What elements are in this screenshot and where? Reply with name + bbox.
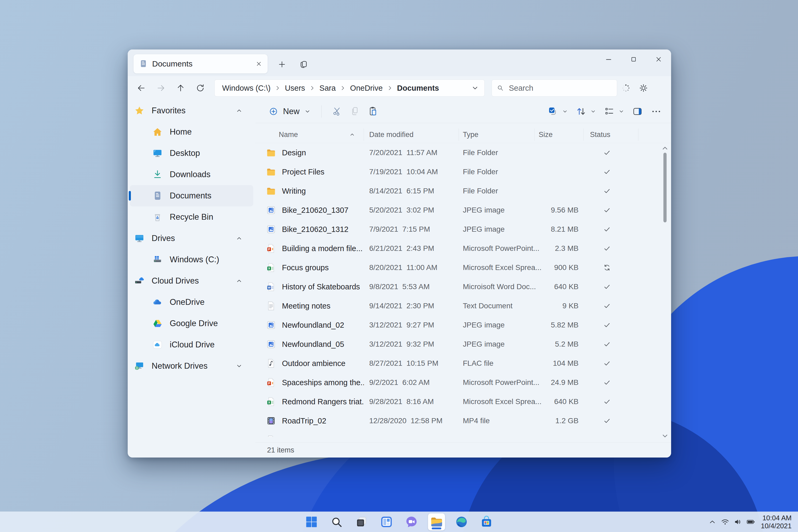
details-pane-button[interactable]: [632, 106, 643, 117]
scroll-up-icon[interactable]: [662, 146, 668, 151]
file-date-modified: 8/14/2021 6:15 PM: [364, 187, 459, 195]
file-type: JPEG image: [459, 206, 535, 214]
sidebar-section-cloud-drives[interactable]: Cloud Drives: [130, 270, 253, 291]
search-button[interactable]: [328, 513, 345, 530]
column-header-type[interactable]: Type: [459, 129, 535, 141]
taskbar-clock[interactable]: 10:04 AM10/4/2021: [761, 514, 794, 530]
tab-close-button[interactable]: [255, 60, 263, 68]
cut-button[interactable]: [328, 103, 346, 120]
file-row[interactable]: Running_Raleigh7/20/2021 4:40 PMMicrosof…: [255, 431, 671, 437]
breadcrumb-segment[interactable]: Documents: [396, 83, 441, 94]
breadcrumb-segment[interactable]: Windows (C:\): [221, 83, 272, 94]
forward-button[interactable]: [151, 79, 171, 97]
breadcrumb-segment[interactable]: OneDrive: [348, 83, 384, 94]
breadcrumb-segment[interactable]: Users: [283, 83, 307, 94]
sync-spinner-button[interactable]: [617, 79, 635, 97]
store-button[interactable]: [478, 513, 495, 530]
downloads-icon: [152, 169, 163, 180]
up-button[interactable]: [171, 79, 190, 97]
file-type: File Folder: [459, 168, 535, 176]
svg-text:P: P: [268, 248, 270, 251]
file-row[interactable]: WHistory of Skateboards9/8/2021 5:53 AMM…: [255, 277, 671, 296]
breadcrumb-segment[interactable]: Sara: [318, 83, 337, 94]
sidebar-section-drives[interactable]: Drives: [130, 228, 253, 249]
tray-time: 10:04 AM: [761, 514, 792, 522]
file-row[interactable]: Design7/20/2021 11:57 AMFile Folder: [255, 143, 671, 162]
navigation-pane: FavoritesHomeDesktopDownloadsDocumentsRe…: [128, 100, 255, 457]
sidebar-item-home[interactable]: Home: [130, 121, 253, 142]
edge-button[interactable]: [453, 513, 470, 530]
start-button[interactable]: [303, 513, 320, 530]
file-row[interactable]: Project Files7/19/2021 10:04 AMFile Fold…: [255, 162, 671, 182]
paste-button[interactable]: [364, 103, 382, 120]
tab-documents[interactable]: Documents: [134, 54, 268, 73]
file-row[interactable]: PSpaceships among the...9/2/2021 6:02 AM…: [255, 373, 671, 392]
sort-button[interactable]: [575, 106, 597, 117]
sidebar-item-recycle-bin[interactable]: Recycle Bin: [130, 206, 253, 228]
file-row[interactable]: RoadTrip_0212/28/2020 12:58 PMMP4 file1.…: [255, 411, 671, 431]
search-input[interactable]: [508, 83, 613, 93]
file-row[interactable]: XRedmond Rangers triat...9/28/2021 8:16 …: [255, 392, 671, 411]
file-row[interactable]: Meeting notes9/14/2021 2:30 PMText Docum…: [255, 296, 671, 316]
sidebar-item-documents[interactable]: Documents: [130, 185, 253, 206]
file-date-modified: 9/28/2021 8:16 AM: [364, 397, 459, 406]
file-row[interactable]: Newfoundland_023/12/2021 9:27 PMJPEG ima…: [255, 316, 671, 335]
scrollbar-track[interactable]: [661, 151, 669, 434]
column-header-date-modified[interactable]: Date modified: [364, 129, 459, 141]
breadcrumb[interactable]: Windows (C:\)UsersSaraOneDriveDocuments: [214, 79, 484, 97]
sort-ascending-icon: [349, 131, 356, 138]
select-all-button[interactable]: [547, 106, 568, 117]
sidebar-item-icloud-drive[interactable]: iCloud Drive: [130, 334, 253, 355]
txt-icon: [266, 301, 276, 311]
file-date-modified: 12/28/2020 12:58 PM: [364, 417, 459, 425]
scroll-down-icon[interactable]: [662, 434, 668, 438]
file-type: File Folder: [459, 148, 535, 157]
file-explorer-button[interactable]: [428, 513, 445, 530]
minimize-button[interactable]: [596, 50, 621, 69]
back-button[interactable]: [131, 79, 151, 97]
see-more-button[interactable]: [650, 106, 662, 117]
sidebar-item-windows-c-[interactable]: Windows (C:): [130, 249, 253, 270]
sidebar-item-google-drive[interactable]: Google Drive: [130, 313, 253, 334]
volume-icon[interactable]: [732, 514, 744, 529]
address-dropdown-button[interactable]: [471, 83, 480, 93]
column-header-name[interactable]: Name: [266, 129, 364, 141]
wifi-icon[interactable]: [719, 514, 732, 529]
sidebar-item-desktop[interactable]: Desktop: [130, 142, 253, 164]
file-row[interactable]: Bike_210620_13075/20/2021 3:02 PMJPEG im…: [255, 201, 671, 220]
file-size: 5.2 MB: [535, 340, 584, 348]
settings-button[interactable]: [635, 79, 652, 97]
view-button[interactable]: [604, 106, 625, 117]
column-header-status[interactable]: Status: [584, 129, 639, 141]
tab-list-button[interactable]: [296, 57, 311, 72]
file-row[interactable]: PBuilding a modern file...6/21/2021 2:43…: [255, 239, 671, 258]
google-drive-icon: [152, 318, 163, 329]
task-view-button[interactable]: [353, 513, 370, 530]
widgets-button[interactable]: [378, 513, 395, 530]
new-tab-button[interactable]: [274, 57, 289, 72]
file-row[interactable]: Bike_210620_13127/9/2021 7:15 PMJPEG ima…: [255, 220, 671, 239]
file-row[interactable]: Newfoundland_053/12/2021 9:32 PMJPEG ima…: [255, 335, 671, 354]
file-row[interactable]: XFocus groups8/20/2021 11:00 AMMicrosoft…: [255, 258, 671, 277]
sidebar-item-onedrive[interactable]: OneDrive: [130, 291, 253, 313]
sidebar-section-network-drives[interactable]: Network Drives: [130, 355, 253, 377]
chat-button[interactable]: [403, 513, 420, 530]
search-box[interactable]: [492, 79, 617, 97]
close-button[interactable]: [646, 50, 671, 69]
file-row[interactable]: Outdoor ambience8/27/2021 10:15 PMFLAC f…: [255, 354, 671, 373]
file-status-cell: [584, 244, 639, 253]
maximize-button[interactable]: [621, 50, 646, 69]
battery-icon[interactable]: [744, 514, 757, 529]
file-row[interactable]: Writing8/14/2021 6:15 PMFile Folder: [255, 182, 671, 201]
new-button[interactable]: New: [264, 104, 315, 119]
scrollbar[interactable]: [661, 146, 669, 438]
refresh-button[interactable]: [190, 79, 210, 97]
hidden-icons-button[interactable]: [706, 514, 719, 529]
copy-button[interactable]: [346, 103, 364, 120]
check-status-icon: [603, 225, 611, 233]
column-header-size[interactable]: Size: [535, 129, 584, 141]
taskview-icon: [355, 515, 368, 529]
sidebar-item-downloads[interactable]: Downloads: [130, 164, 253, 185]
scrollbar-thumb[interactable]: [663, 153, 667, 222]
sidebar-section-favorites[interactable]: Favorites: [130, 100, 253, 121]
